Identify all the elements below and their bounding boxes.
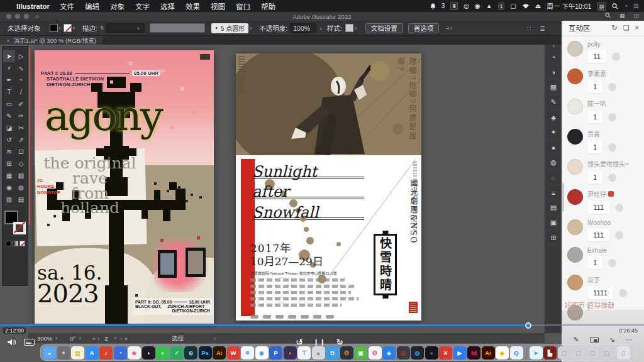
reaction-emoji-icon[interactable] [612,53,620,61]
reaction-emoji-icon[interactable] [608,259,616,267]
tool-19[interactable]: ◇ [15,158,27,170]
tool-1[interactable]: ▷ [15,50,27,62]
dock-app-quicktime[interactable]: Q [510,346,523,359]
zoom-level-field[interactable]: 300% [37,335,52,342]
panel-icon-12[interactable]: ⊞ [545,231,562,246]
fill-color-swatch[interactable] [50,24,58,32]
tool-14[interactable]: ↺ [3,134,15,146]
panel-icon-7[interactable]: ◍ [545,155,562,170]
dock-app-green-tool[interactable]: ✓ [170,346,184,359]
tool-3[interactable]: ∿ [15,62,27,74]
next-artboard-icon[interactable]: › [121,335,123,342]
volume-icon[interactable] [8,339,16,346]
dock-app-window-4[interactable]: ▢ [600,346,613,359]
none-mode-button[interactable] [19,241,25,246]
reaction-emoji-icon[interactable] [608,83,616,91]
display-icon[interactable]: ▢ [510,3,516,9]
chat-scrollbar[interactable] [562,183,564,212]
align-caret-icon[interactable]: ∨ [450,26,453,31]
tool-24[interactable]: ▥ [3,194,15,206]
status-app-icon-2[interactable]: ◉ [475,3,480,9]
menu-7[interactable]: 窗口 [236,1,250,11]
reaction-emoji-icon[interactable] [608,173,616,182]
align-options-icon[interactable]: ⫞ [445,24,448,32]
tool-11[interactable]: ✑ [15,110,27,122]
dock-app-music-app[interactable]: ♪ [99,346,113,359]
rotation-field[interactable]: 0° [70,335,75,342]
chat-popout-icon[interactable]: ❏ [623,24,630,32]
tool-0[interactable]: ➤ [3,50,15,62]
close-tab-icon[interactable]: × [6,37,10,44]
status-app-icon-1[interactable]: ⧗ [450,2,458,10]
stroke-caret-icon[interactable]: ∨ [72,26,75,31]
tool-22[interactable]: ◉ [3,182,15,194]
spotlight-search-icon[interactable] [612,3,618,9]
dock-app-window-1[interactable]: ▢ [558,346,571,359]
wifi-icon[interactable] [522,3,530,9]
dock-app-safari[interactable]: ✵ [241,346,254,359]
reaction-emoji-icon[interactable] [615,204,623,212]
dock-app-app-store[interactable]: A [86,346,99,359]
artboard-number-field[interactable]: 2 [101,335,111,342]
list-menu-icon[interactable]: ☰ [633,3,639,9]
dock-app-gray-app[interactable]: ▲ [312,346,325,359]
tool-15[interactable]: ⇗ [15,134,27,146]
dock-app-blender[interactable]: ❂ [340,346,353,359]
chat-refresh-icon[interactable]: ↻ [611,24,617,32]
panel-icon-3[interactable]: ✎ [545,95,562,110]
tool-9[interactable]: ✐ [15,98,27,110]
tool-13[interactable]: ✂ [15,122,27,134]
dock-app-illustrator[interactable]: Ai [482,346,495,359]
dock-app-blue-app[interactable]: ◈ [382,346,396,359]
opacity-chevron-icon[interactable]: › [319,25,322,32]
dock-app-cloud-drive[interactable]: ◔ [114,346,127,359]
panel-icon-0[interactable]: ◔ [545,50,562,65]
control-center-icon[interactable]: ◔ [624,3,628,9]
brush-definition-dropdown[interactable]: •5 点圆形 [211,23,248,33]
workspace-switcher-icon[interactable]: ▦ [619,13,625,19]
clock[interactable]: 周一 下午10:01 [547,1,591,11]
last-artboard-icon[interactable]: » [125,335,128,342]
dock-app-xmind[interactable]: X [439,346,452,359]
tool-6[interactable]: T [3,86,15,98]
dock-app-keynote[interactable]: ⊤ [297,346,311,359]
dock-app-qq[interactable]: ◖ [142,346,155,359]
tool-17[interactable]: ⊡ [15,146,27,158]
tool-20[interactable]: ▦ [3,170,15,182]
tool-12[interactable]: ◪ [3,122,15,134]
tool-16[interactable]: ≋ [3,146,15,158]
first-artboard-icon[interactable]: « [92,335,96,342]
poster-snowfall-artwork[interactable]: 原鄉?他鄉?何處是故鄉? SunlightafterSnowfall 2017年… [236,53,421,321]
reaction-emoji-icon[interactable] [615,231,623,239]
chat-close-icon[interactable]: × [635,24,639,32]
menu-8[interactable]: 帮助 [261,1,275,11]
poster-agony-artwork[interactable]: PART I: 20.0005.00 UHR STADTHALLE DIETIK… [35,50,214,324]
panel-icon-9[interactable]: ≡ [545,185,562,200]
dock-app-green-media[interactable]: ▣ [354,346,367,359]
tool-8[interactable]: ▭ [3,98,15,110]
video-progress-bar[interactable] [0,324,644,326]
menu-5[interactable]: 效果 [186,1,200,11]
stroke-swatch[interactable] [13,222,26,234]
brush-caret-icon[interactable]: ∨ [249,26,252,31]
tool-21[interactable]: ▧ [15,170,27,182]
stroke-stepper[interactable]: ⇅ [100,25,104,31]
panel-icon-1[interactable]: ◑ [545,65,562,80]
dock-app-dark-app[interactable]: ● [425,346,438,359]
menu-3[interactable]: 文字 [135,1,150,11]
dock-app-p-app[interactable]: P [269,346,282,359]
expand-panels-icon[interactable]: « [545,44,562,48]
dock-app-teal-app[interactable]: ⊕ [184,346,197,359]
tool-23[interactable]: ◍ [15,182,27,194]
tool-25[interactable]: ▤ [15,194,27,206]
panel-list-icon[interactable]: ≣ [540,25,545,32]
video-progress-knob[interactable] [525,322,531,329]
dock-app-color-wheel-app[interactable]: ❂ [369,346,382,359]
eject-icon[interactable]: ⏏ [535,3,541,9]
reaction-emoji-icon[interactable] [619,289,627,297]
creative-cloud-icon[interactable]: ◎ [464,3,469,9]
tool-18[interactable]: ⊞ [3,158,15,170]
dock-app-bilibili[interactable]: B [326,346,339,359]
status-app-icon-3[interactable]: ▲ [486,3,492,9]
reaction-emoji-icon[interactable] [608,113,616,121]
